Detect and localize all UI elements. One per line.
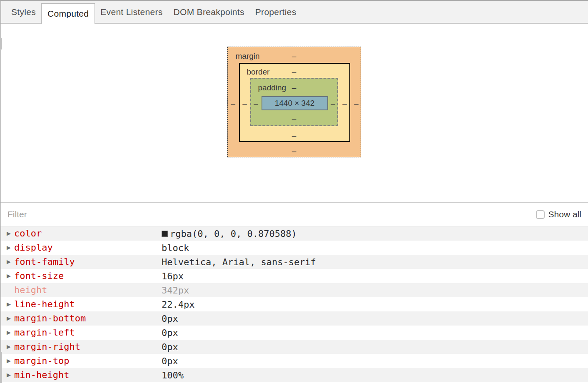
property-name: margin-top	[14, 354, 69, 368]
property-value-text: 0px	[162, 328, 178, 338]
property-value: 0px	[162, 311, 178, 326]
expand-arrow-icon[interactable]: ▶	[7, 368, 11, 382]
show-all-checkbox[interactable]	[536, 210, 545, 219]
property-value-text: 0px	[162, 313, 178, 324]
property-value-text: Helvetica, Arial, sans-serif	[162, 257, 316, 267]
border-right-value[interactable]: –	[341, 99, 349, 109]
expand-arrow-icon[interactable]: ▶	[7, 241, 11, 255]
border-top-value[interactable]: –	[228, 67, 361, 77]
property-value: 100%	[162, 368, 184, 382]
padding-top-value[interactable]: –	[228, 83, 361, 93]
tab-properties[interactable]: Properties	[250, 1, 302, 23]
expand-arrow-icon[interactable]: ▶	[7, 297, 11, 311]
property-value-text: 0px	[162, 342, 178, 352]
computed-property-row[interactable]: ▶ margin-top 0px	[0, 354, 588, 368]
padding-bottom-value[interactable]: –	[228, 114, 361, 124]
computed-properties-list: ▶ color rgba(0, 0, 0, 0.870588) ▶ displa…	[0, 226, 588, 383]
property-name: margin-bottom	[14, 311, 86, 325]
computed-property-row[interactable]: ▶ font-size 16px	[0, 269, 588, 283]
expand-arrow-icon[interactable]: ▶	[7, 255, 11, 269]
padding-right-value[interactable]: –	[329, 99, 337, 109]
box-model-content-box[interactable]: 1440 × 342	[262, 96, 328, 110]
show-all-label: Show all	[548, 209, 581, 219]
property-value: 0px	[162, 354, 178, 368]
property-value-text: 16px	[162, 271, 184, 281]
property-value: block	[162, 241, 189, 255]
property-value: 0px	[162, 326, 178, 340]
content-dimensions[interactable]: 1440 × 342	[275, 99, 315, 108]
scrollbar-thumb[interactable]	[0, 38, 2, 50]
sidebar-tab-bar: Styles Computed Event Listeners DOM Brea…	[0, 0, 588, 24]
tab-dom-breakpoints[interactable]: DOM Breakpoints	[168, 1, 250, 23]
computed-property-row[interactable]: ▶ height 342px	[0, 283, 588, 297]
property-name: height	[14, 283, 47, 297]
tab-event-listeners[interactable]: Event Listeners	[95, 1, 168, 23]
property-name: color	[14, 226, 42, 240]
computed-property-row[interactable]: ▶ margin-right 0px	[0, 340, 588, 354]
expand-arrow-icon[interactable]: ▶	[7, 326, 11, 340]
expand-arrow-icon[interactable]: ▶	[7, 354, 11, 368]
filter-bar: Show all	[0, 203, 588, 226]
tab-styles[interactable]: Styles	[6, 1, 41, 23]
computed-property-row[interactable]: ▶ color rgba(0, 0, 0, 0.870588)	[0, 226, 588, 241]
margin-left-value[interactable]: –	[229, 99, 237, 109]
computed-property-row[interactable]: ▶ font-family Helvetica, Arial, sans-ser…	[0, 255, 588, 269]
property-value-text: 100%	[162, 370, 184, 381]
computed-property-row[interactable]: ▶ line-height 22.4px	[0, 297, 588, 311]
property-value-text: 0px	[162, 356, 178, 366]
property-value-text: block	[162, 243, 189, 253]
scrollbar-thumb[interactable]	[0, 352, 2, 383]
devtools-computed-panel: Styles Computed Event Listeners DOM Brea…	[0, 0, 588, 383]
expand-arrow-icon[interactable]: ▶	[7, 340, 11, 354]
tab-computed[interactable]: Computed	[41, 3, 95, 24]
property-name: font-size	[14, 269, 64, 283]
expand-arrow-icon[interactable]: ▶	[7, 269, 11, 283]
property-value-text: 22.4px	[162, 299, 194, 310]
computed-property-row[interactable]: ▶ margin-bottom 0px	[0, 311, 588, 326]
property-name: min-height	[14, 368, 69, 382]
property-value: 22.4px	[162, 297, 194, 311]
property-value: 0px	[162, 340, 178, 354]
property-name: font-family	[14, 255, 75, 269]
property-name: display	[14, 241, 53, 254]
filter-input[interactable]	[7, 209, 536, 219]
margin-right-value[interactable]: –	[352, 99, 361, 109]
property-value: 16px	[162, 269, 184, 283]
show-all-toggle[interactable]: Show all	[536, 209, 581, 219]
color-swatch	[162, 231, 168, 237]
padding-left-value[interactable]: –	[252, 99, 260, 109]
property-value: 342px	[162, 283, 189, 297]
expand-arrow-icon[interactable]: ▶	[7, 311, 11, 326]
property-value: rgba(0, 0, 0, 0.870588)	[162, 226, 297, 241]
box-model-diagram: 1440 × 342 margin border padding – – – –…	[227, 47, 361, 157]
border-bottom-value[interactable]: –	[228, 131, 361, 141]
property-value: Helvetica, Arial, sans-serif	[162, 255, 316, 269]
computed-property-row[interactable]: ▶ margin-left 0px	[0, 326, 588, 340]
border-left-value[interactable]: –	[241, 99, 249, 109]
property-name: line-height	[14, 297, 75, 311]
property-name: margin-right	[14, 340, 80, 353]
expand-arrow-icon[interactable]: ▶	[7, 226, 11, 241]
margin-top-value[interactable]: –	[228, 51, 361, 61]
property-value-text: 342px	[162, 285, 189, 296]
computed-property-row[interactable]: ▶ min-height 100%	[0, 368, 588, 382]
property-value-text: rgba(0, 0, 0, 0.870588)	[170, 229, 297, 239]
box-model-section: 1440 × 342 margin border padding – – – –…	[0, 47, 588, 203]
property-name: margin-left	[14, 326, 75, 339]
margin-bottom-value[interactable]: –	[228, 146, 361, 156]
panel-left-border	[0, 0, 1, 383]
computed-property-row[interactable]: ▶ display block	[0, 241, 588, 255]
